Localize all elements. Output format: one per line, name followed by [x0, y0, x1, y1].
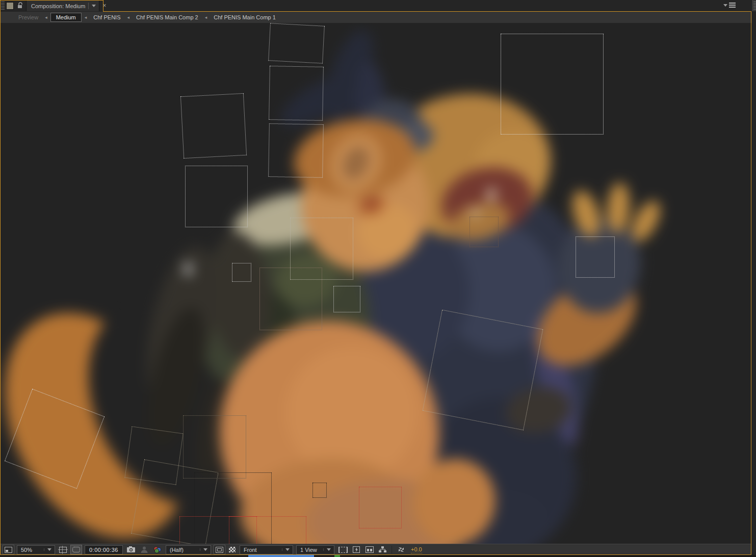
pixel-aspect-icon — [338, 547, 348, 553]
rgb-channels-icon — [153, 546, 162, 553]
mask-outline[interactable] — [268, 123, 324, 178]
panel-menu-icon[interactable] — [723, 3, 736, 8]
breadcrumb-arrow-icon: ◂ — [205, 15, 207, 20]
breadcrumb-arrow-icon: ◂ — [85, 15, 87, 20]
mask-outline[interactable] — [268, 23, 325, 63]
mask-visibility-icon — [72, 547, 80, 552]
pixel-aspect-button[interactable] — [337, 545, 349, 554]
region-of-interest-icon — [216, 547, 223, 553]
mask-outline[interactable] — [180, 93, 247, 158]
grid-guides-icon — [59, 547, 67, 553]
flowchart-icon — [379, 546, 386, 553]
transparency-grid-button[interactable] — [227, 545, 237, 554]
active-panel-border-right — [751, 11, 751, 555]
breadcrumb-item[interactable]: Medium — [50, 13, 82, 22]
camera-icon — [127, 546, 136, 553]
chevron-down-icon — [200, 548, 208, 551]
composition-viewport[interactable] — [1, 23, 751, 544]
active-panel-border-tab — [103, 0, 103, 12]
panel-gripper[interactable] — [1, 2, 5, 10]
breadcrumb-item[interactable]: Chf PENIS Main Comp 1 — [210, 13, 279, 21]
flowchart-button[interactable] — [377, 545, 388, 554]
resolution-dropdown[interactable]: (Half) — [166, 545, 211, 554]
view-layout-value: 1 View — [300, 547, 320, 553]
snapshot-button[interactable] — [125, 545, 137, 554]
tab-separator — [88, 3, 89, 9]
mask-outline[interactable] — [185, 166, 248, 227]
grid-guides-button[interactable] — [58, 545, 68, 554]
mask-outline-layer — [1, 23, 751, 544]
person-icon — [141, 546, 148, 553]
channel-settings-button[interactable] — [151, 545, 163, 554]
tab-composition-medium[interactable]: Composition: Medium — [26, 1, 99, 11]
panel-menu-caret — [723, 4, 727, 7]
composition-breadcrumb: Preview◂Medium◂Chf PENIS◂Chf PENIS Main … — [1, 12, 756, 23]
active-panel-border-bottom — [0, 554, 751, 555]
timeline-dark-area — [378, 555, 756, 557]
mask-outline[interactable] — [5, 389, 105, 489]
region-of-interest-button[interactable] — [214, 545, 225, 554]
mask-outline[interactable] — [333, 286, 360, 312]
view-dropdown[interactable]: Front — [240, 545, 293, 554]
view-value: Front — [244, 547, 279, 553]
mask-visibility-button[interactable] — [70, 545, 82, 554]
current-time-field[interactable]: 0:00:00:36 — [85, 545, 123, 554]
composition-panel: Composition: Medium × Preview◂Medium◂Chf… — [0, 0, 756, 557]
breadcrumb-arrow-icon: ◂ — [127, 15, 130, 20]
exposure-fan-icon — [397, 546, 405, 553]
tab-bar: Composition: Medium × — [0, 0, 752, 11]
composition-toolbar: 50% 0:00:00:36 — [1, 544, 751, 555]
mask-outline[interactable] — [501, 34, 604, 135]
mask-outline[interactable] — [312, 483, 327, 498]
mask-outline[interactable] — [576, 236, 615, 278]
chevron-down-icon — [323, 548, 332, 551]
active-panel-border-left — [0, 0, 1, 555]
mask-outline[interactable] — [423, 310, 543, 431]
lightning-icon — [353, 546, 360, 553]
chevron-down-icon — [282, 548, 291, 551]
always-preview-button[interactable] — [3, 545, 14, 554]
timeline-green-marker — [334, 555, 340, 557]
magnification-value: 50% — [21, 547, 41, 553]
timeline-work-area-bar[interactable] — [248, 555, 314, 557]
breadcrumb-item[interactable]: Preview — [15, 13, 42, 21]
exposure-value[interactable]: +0.0 — [411, 546, 422, 553]
breadcrumb-arrow-icon: ◂ — [45, 15, 47, 20]
unlock-icon[interactable] — [17, 2, 23, 9]
breadcrumb-item[interactable]: Chf PENIS Main Comp 2 — [133, 13, 202, 21]
breadcrumb-item[interactable]: Chf PENIS — [90, 13, 124, 21]
mask-outline[interactable] — [183, 415, 246, 479]
show-snapshot-button[interactable] — [139, 545, 149, 554]
view-layout-dropdown[interactable]: 1 View — [296, 545, 334, 554]
mask-outline[interactable] — [359, 487, 402, 528]
tab-dropdown-icon[interactable] — [92, 5, 96, 7]
tab-title: Composition: Medium — [31, 3, 85, 9]
adjacent-panel-gripper[interactable] — [753, 2, 756, 10]
magnification-dropdown[interactable]: 50% — [17, 545, 55, 554]
active-panel-border-top2 — [103, 11, 751, 12]
toolbar-divider — [392, 546, 392, 553]
always-preview-icon — [5, 547, 12, 553]
timeline-button[interactable] — [364, 545, 375, 554]
adjacent-panel-edge — [752, 0, 756, 557]
checkerboard-icon — [229, 547, 236, 552]
active-panel-border-top — [0, 0, 103, 1]
mask-outline[interactable] — [269, 66, 324, 121]
timeline-panel-sliver — [0, 555, 756, 557]
fast-previews-button[interactable] — [351, 545, 362, 554]
panel-color-swatch — [6, 2, 14, 10]
mask-outline[interactable] — [259, 268, 322, 330]
resolution-value: (Half) — [170, 547, 197, 553]
chevron-down-icon — [44, 548, 53, 551]
timeline-icon — [366, 546, 374, 553]
mask-outline[interactable] — [470, 217, 499, 247]
panel-menu-lines — [729, 3, 736, 8]
mask-outline[interactable] — [229, 516, 257, 544]
reset-exposure-button[interactable] — [396, 545, 407, 554]
timecode: 0:00:00:36 — [89, 547, 118, 553]
mask-outline[interactable] — [232, 263, 251, 282]
